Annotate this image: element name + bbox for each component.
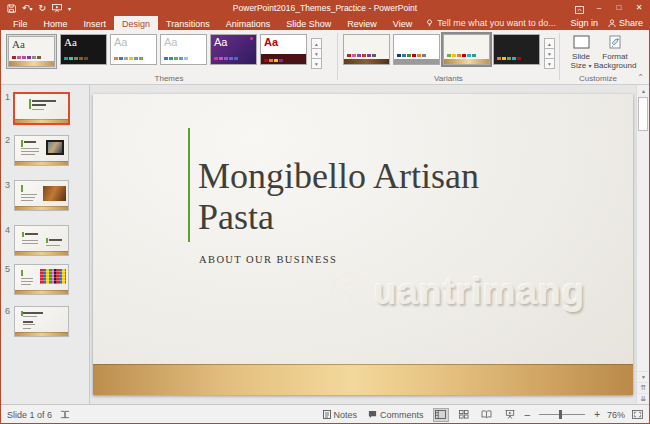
redo-icon[interactable]: ↻: [39, 4, 47, 13]
customize-qat-icon[interactable]: ▾: [68, 5, 71, 12]
slide-canvas[interactable]: Mongibello Artisan Pasta ABOUT OUR BUSIN…: [93, 94, 633, 395]
reading-view-button[interactable]: [479, 408, 495, 422]
start-slideshow-icon[interactable]: [52, 4, 62, 13]
theme-thumbnail-black[interactable]: Aa: [60, 34, 107, 65]
zoom-slider[interactable]: [539, 414, 585, 415]
mini-text-bar: [25, 233, 38, 235]
zoom-percent[interactable]: 76%: [607, 410, 625, 420]
scrollbar-thumb[interactable]: [638, 97, 648, 131]
format-background-button[interactable]: Format Background: [598, 33, 632, 71]
themes-gallery: AaAaAaAaAaAa▴▾▾: [1, 30, 337, 69]
variant-thumbnail-variant-pink-wood[interactable]: [343, 34, 390, 65]
lightbulb-icon: [426, 19, 433, 28]
mini-image: [43, 186, 66, 201]
tab-insert[interactable]: Insert: [76, 16, 115, 30]
mini-text-bar: [22, 240, 38, 241]
slide-thumbnail-3[interactable]: [14, 180, 69, 211]
theme-aa-label: Aa: [214, 36, 227, 48]
color-swatches: [264, 59, 283, 62]
zoom-in-button[interactable]: +: [594, 409, 600, 420]
mini-image: [46, 140, 64, 155]
slide-thumbnail-2[interactable]: [14, 135, 69, 166]
sign-in-link[interactable]: Sign in: [570, 18, 598, 28]
ribbon-display-options-icon[interactable]: [569, 2, 589, 14]
notes-button[interactable]: Notes: [321, 409, 360, 421]
save-icon[interactable]: [7, 4, 16, 13]
collapse-ribbon-button[interactable]: ⌃: [637, 73, 644, 82]
mini-text-bar: [24, 141, 36, 143]
color-swatches: [447, 54, 476, 57]
theme-aa-label: Aa: [64, 36, 77, 48]
theme-accent-dot: [250, 37, 253, 40]
variants-gallery-more-button[interactable]: ▾: [544, 58, 555, 69]
notes-icon: [323, 410, 331, 419]
tab-transitions[interactable]: Transitions: [158, 16, 218, 30]
previous-slide-button[interactable]: ⇈: [637, 382, 650, 393]
next-slide-button[interactable]: ⇊: [637, 393, 650, 404]
watermark-lightbulb-icon: [328, 270, 372, 314]
slide-subtitle[interactable]: ABOUT OUR BUSINESS: [199, 254, 337, 265]
undo-dropdown-icon[interactable]: ▾: [30, 5, 33, 12]
share-button[interactable]: Share: [608, 18, 643, 28]
slide-sorter-view-button[interactable]: [456, 408, 472, 422]
normal-view-button[interactable]: [433, 408, 449, 422]
thumbnail-floor: [9, 61, 54, 66]
maximize-button[interactable]: □: [609, 0, 629, 16]
mini-text-bar: [46, 245, 60, 246]
scroll-up-button[interactable]: ▲: [637, 85, 650, 96]
theme-thumbnail-light-blue[interactable]: Aa: [160, 34, 207, 65]
selected-theme-wrap: Aa: [6, 34, 57, 69]
proofing-book-icon[interactable]: [60, 410, 70, 419]
vertical-scrollbar[interactable]: ▲ ▼ ⇈ ⇊: [636, 85, 649, 404]
variants-gallery: ▴▾▾: [338, 30, 559, 68]
themes-gallery-more-button[interactable]: ▾: [311, 58, 322, 69]
comments-icon: [368, 410, 377, 419]
variant-thumbnail-variant-black[interactable]: [493, 34, 540, 65]
tab-file[interactable]: File: [5, 16, 36, 30]
tab-animations[interactable]: Animations: [218, 16, 279, 30]
slide-number: 1: [5, 92, 13, 102]
mini-text-bar: [21, 194, 37, 195]
color-swatches: [164, 57, 188, 60]
tab-review[interactable]: Review: [339, 16, 385, 30]
comments-button[interactable]: Comments: [366, 409, 426, 421]
tell-me-box[interactable]: Tell me what you want to do...: [420, 16, 562, 30]
mini-text-bar: [23, 324, 35, 325]
zoom-out-button[interactable]: –: [525, 409, 531, 420]
theme-thumbnail-red-berlin[interactable]: Aa: [260, 34, 307, 65]
variant-thumbnail-variant-gray[interactable]: [393, 34, 440, 65]
theme-thumbnail-current-wood[interactable]: Aa: [8, 36, 55, 67]
tab-slide-show[interactable]: Slide Show: [278, 16, 339, 30]
scroll-down-button[interactable]: ▼: [637, 371, 650, 382]
minimize-button[interactable]: –: [589, 0, 609, 16]
mini-image: [40, 269, 66, 284]
mini-floor: [15, 290, 68, 294]
customize-group-label: Customize: [560, 74, 636, 83]
close-button[interactable]: ✕: [629, 0, 649, 16]
slide-title[interactable]: Mongibello Artisan Pasta: [198, 156, 548, 238]
mini-text-bar: [21, 200, 33, 201]
person-icon: [608, 19, 616, 28]
variant-thumbnail-variant-current-tan[interactable]: [443, 34, 490, 65]
dropdown-icon: ▾: [588, 63, 591, 69]
mini-text-bar: [23, 328, 31, 329]
slide-thumbnail-4[interactable]: [14, 225, 69, 256]
themes-group-label: Themes: [1, 74, 337, 83]
mini-text-bar: [21, 151, 39, 152]
watermark: uantrimang: [328, 270, 585, 314]
window-title: PowerPoint2016_Themes_Practice - PowerPo…: [1, 3, 649, 13]
tab-view[interactable]: View: [385, 16, 420, 30]
tab-home[interactable]: Home: [36, 16, 76, 30]
undo-icon[interactable]: ↶▾: [22, 4, 33, 13]
tab-design[interactable]: Design: [114, 16, 158, 30]
slide-thumbnail-6[interactable]: [14, 306, 69, 337]
thumbnail-floor: [394, 59, 439, 64]
color-swatches: [347, 54, 376, 57]
slide-thumbnail-5[interactable]: [14, 264, 69, 295]
slide-thumbnail-1[interactable]: [13, 92, 70, 125]
fit-slide-to-window-icon[interactable]: [632, 410, 643, 419]
slide-show-view-button[interactable]: [502, 408, 518, 422]
theme-thumbnail-purple-ion[interactable]: Aa: [210, 34, 257, 65]
zoom-slider-knob[interactable]: [559, 410, 562, 419]
theme-thumbnail-office-light[interactable]: Aa: [110, 34, 157, 65]
